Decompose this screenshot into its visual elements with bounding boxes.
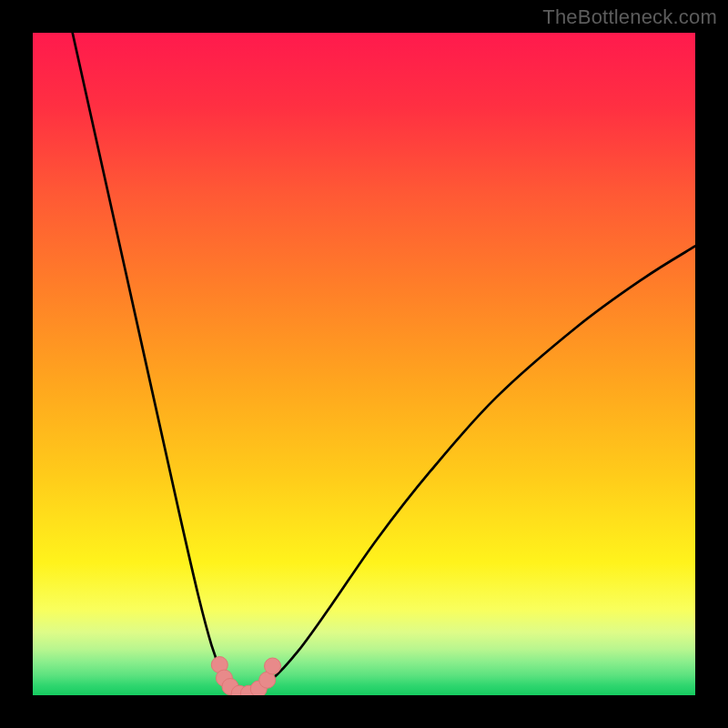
curve-left-branch <box>73 33 239 694</box>
highlight-marker <box>265 658 281 674</box>
plot-area <box>33 33 695 695</box>
chart-frame: TheBottleneck.com <box>0 0 728 728</box>
curve-right-branch <box>239 246 695 693</box>
attribution-text: TheBottleneck.com <box>542 5 717 29</box>
highlight-markers <box>211 657 280 695</box>
chart-svg <box>33 33 695 695</box>
